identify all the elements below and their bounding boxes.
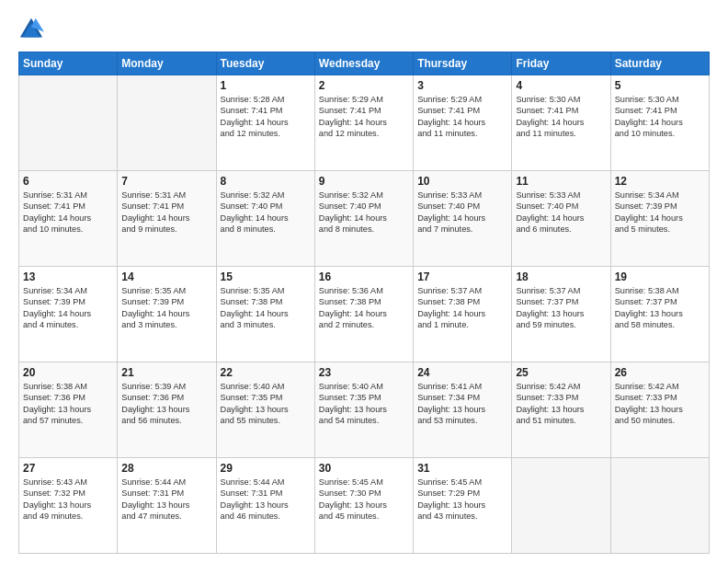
day-number: 11 <box>516 175 606 188</box>
calendar-cell: 19Sunrise: 5:38 AMSunset: 7:37 PMDayligh… <box>610 267 709 362</box>
day-number: 23 <box>319 366 409 379</box>
calendar-cell: 4Sunrise: 5:30 AMSunset: 7:41 PMDaylight… <box>512 75 610 171</box>
weekday-header-thursday: Thursday <box>414 52 512 75</box>
calendar-cell <box>512 458 610 554</box>
day-info: Sunrise: 5:30 AMSunset: 7:41 PMDaylight:… <box>615 94 705 140</box>
page: SundayMondayTuesdayWednesdayThursdayFrid… <box>0 0 728 563</box>
weekday-header-row: SundayMondayTuesdayWednesdayThursdayFrid… <box>19 52 710 75</box>
day-info: Sunrise: 5:28 AMSunset: 7:41 PMDaylight:… <box>221 94 311 140</box>
weekday-header-monday: Monday <box>118 52 216 75</box>
day-number: 2 <box>319 79 409 92</box>
day-info: Sunrise: 5:40 AMSunset: 7:35 PMDaylight:… <box>221 381 311 427</box>
day-number: 27 <box>23 462 113 475</box>
weekday-header-saturday: Saturday <box>610 52 709 75</box>
calendar-cell <box>610 458 709 554</box>
day-number: 6 <box>23 175 113 188</box>
calendar-cell: 3Sunrise: 5:29 AMSunset: 7:41 PMDaylight… <box>414 75 512 171</box>
calendar-cell: 28Sunrise: 5:44 AMSunset: 7:31 PMDayligh… <box>118 458 216 554</box>
calendar-cell: 18Sunrise: 5:37 AMSunset: 7:37 PMDayligh… <box>512 267 610 362</box>
day-number: 22 <box>221 366 311 379</box>
day-info: Sunrise: 5:37 AMSunset: 7:38 PMDaylight:… <box>417 285 507 331</box>
calendar-cell: 26Sunrise: 5:42 AMSunset: 7:33 PMDayligh… <box>610 362 709 458</box>
day-info: Sunrise: 5:38 AMSunset: 7:36 PMDaylight:… <box>23 381 113 427</box>
calendar-cell: 5Sunrise: 5:30 AMSunset: 7:41 PMDaylight… <box>610 75 709 171</box>
day-info: Sunrise: 5:32 AMSunset: 7:40 PMDaylight:… <box>221 190 311 236</box>
day-info: Sunrise: 5:33 AMSunset: 7:40 PMDaylight:… <box>417 190 507 236</box>
day-info: Sunrise: 5:43 AMSunset: 7:32 PMDaylight:… <box>23 477 113 523</box>
calendar-cell: 12Sunrise: 5:34 AMSunset: 7:39 PMDayligh… <box>610 171 709 267</box>
day-number: 8 <box>221 175 311 188</box>
day-info: Sunrise: 5:45 AMSunset: 7:29 PMDaylight:… <box>417 477 507 523</box>
logo <box>18 17 48 42</box>
day-info: Sunrise: 5:31 AMSunset: 7:41 PMDaylight:… <box>121 190 211 236</box>
day-number: 10 <box>417 175 507 188</box>
day-info: Sunrise: 5:35 AMSunset: 7:39 PMDaylight:… <box>121 285 211 331</box>
calendar-cell: 15Sunrise: 5:35 AMSunset: 7:38 PMDayligh… <box>216 267 314 362</box>
day-info: Sunrise: 5:32 AMSunset: 7:40 PMDaylight:… <box>319 190 409 236</box>
day-info: Sunrise: 5:40 AMSunset: 7:35 PMDaylight:… <box>319 381 409 427</box>
day-info: Sunrise: 5:35 AMSunset: 7:38 PMDaylight:… <box>221 285 311 331</box>
day-number: 31 <box>417 462 507 475</box>
day-number: 5 <box>615 79 705 92</box>
calendar-table: SundayMondayTuesdayWednesdayThursdayFrid… <box>18 52 710 554</box>
day-number: 13 <box>23 270 113 283</box>
day-number: 28 <box>121 462 211 475</box>
calendar-cell: 30Sunrise: 5:45 AMSunset: 7:30 PMDayligh… <box>314 458 413 554</box>
day-info: Sunrise: 5:44 AMSunset: 7:31 PMDaylight:… <box>121 477 211 523</box>
weekday-header-wednesday: Wednesday <box>314 52 413 75</box>
logo-icon <box>18 17 44 42</box>
day-info: Sunrise: 5:44 AMSunset: 7:31 PMDaylight:… <box>221 477 311 523</box>
day-number: 7 <box>121 175 211 188</box>
calendar-cell: 13Sunrise: 5:34 AMSunset: 7:39 PMDayligh… <box>19 267 118 362</box>
day-info: Sunrise: 5:37 AMSunset: 7:37 PMDaylight:… <box>516 285 606 331</box>
calendar-cell: 22Sunrise: 5:40 AMSunset: 7:35 PMDayligh… <box>216 362 314 458</box>
day-number: 4 <box>516 79 606 92</box>
calendar-week-row: 27Sunrise: 5:43 AMSunset: 7:32 PMDayligh… <box>19 458 710 554</box>
calendar-cell: 24Sunrise: 5:41 AMSunset: 7:34 PMDayligh… <box>414 362 512 458</box>
calendar-cell: 10Sunrise: 5:33 AMSunset: 7:40 PMDayligh… <box>414 171 512 267</box>
day-number: 9 <box>319 175 409 188</box>
day-number: 18 <box>516 270 606 283</box>
calendar-week-row: 20Sunrise: 5:38 AMSunset: 7:36 PMDayligh… <box>19 362 710 458</box>
day-number: 24 <box>417 366 507 379</box>
calendar-week-row: 6Sunrise: 5:31 AMSunset: 7:41 PMDaylight… <box>19 171 710 267</box>
calendar-cell: 25Sunrise: 5:42 AMSunset: 7:33 PMDayligh… <box>512 362 610 458</box>
weekday-header-sunday: Sunday <box>19 52 118 75</box>
calendar-cell: 9Sunrise: 5:32 AMSunset: 7:40 PMDaylight… <box>314 171 413 267</box>
day-info: Sunrise: 5:36 AMSunset: 7:38 PMDaylight:… <box>319 285 409 331</box>
day-info: Sunrise: 5:42 AMSunset: 7:33 PMDaylight:… <box>615 381 705 427</box>
calendar-cell: 29Sunrise: 5:44 AMSunset: 7:31 PMDayligh… <box>216 458 314 554</box>
calendar-cell: 17Sunrise: 5:37 AMSunset: 7:38 PMDayligh… <box>414 267 512 362</box>
weekday-header-friday: Friday <box>512 52 610 75</box>
calendar-cell: 31Sunrise: 5:45 AMSunset: 7:29 PMDayligh… <box>414 458 512 554</box>
calendar-cell: 7Sunrise: 5:31 AMSunset: 7:41 PMDaylight… <box>118 171 216 267</box>
day-number: 20 <box>23 366 113 379</box>
day-number: 12 <box>615 175 705 188</box>
calendar-week-row: 1Sunrise: 5:28 AMSunset: 7:41 PMDaylight… <box>19 75 710 171</box>
calendar-cell: 14Sunrise: 5:35 AMSunset: 7:39 PMDayligh… <box>118 267 216 362</box>
day-info: Sunrise: 5:34 AMSunset: 7:39 PMDaylight:… <box>23 285 113 331</box>
calendar-cell <box>19 75 118 171</box>
calendar-cell: 23Sunrise: 5:40 AMSunset: 7:35 PMDayligh… <box>314 362 413 458</box>
day-info: Sunrise: 5:45 AMSunset: 7:30 PMDaylight:… <box>319 477 409 523</box>
day-info: Sunrise: 5:34 AMSunset: 7:39 PMDaylight:… <box>615 190 705 236</box>
calendar-cell: 21Sunrise: 5:39 AMSunset: 7:36 PMDayligh… <box>118 362 216 458</box>
day-number: 14 <box>121 270 211 283</box>
day-info: Sunrise: 5:33 AMSunset: 7:40 PMDaylight:… <box>516 190 606 236</box>
calendar-cell <box>118 75 216 171</box>
day-number: 21 <box>121 366 211 379</box>
day-number: 30 <box>319 462 409 475</box>
calendar-cell: 6Sunrise: 5:31 AMSunset: 7:41 PMDaylight… <box>19 171 118 267</box>
calendar-cell: 27Sunrise: 5:43 AMSunset: 7:32 PMDayligh… <box>19 458 118 554</box>
day-info: Sunrise: 5:39 AMSunset: 7:36 PMDaylight:… <box>121 381 211 427</box>
calendar-cell: 1Sunrise: 5:28 AMSunset: 7:41 PMDaylight… <box>216 75 314 171</box>
day-info: Sunrise: 5:42 AMSunset: 7:33 PMDaylight:… <box>516 381 606 427</box>
day-info: Sunrise: 5:38 AMSunset: 7:37 PMDaylight:… <box>615 285 705 331</box>
calendar-cell: 16Sunrise: 5:36 AMSunset: 7:38 PMDayligh… <box>314 267 413 362</box>
day-info: Sunrise: 5:30 AMSunset: 7:41 PMDaylight:… <box>516 94 606 140</box>
day-number: 19 <box>615 270 705 283</box>
day-number: 16 <box>319 270 409 283</box>
weekday-header-tuesday: Tuesday <box>216 52 314 75</box>
day-number: 17 <box>417 270 507 283</box>
day-number: 29 <box>221 462 311 475</box>
